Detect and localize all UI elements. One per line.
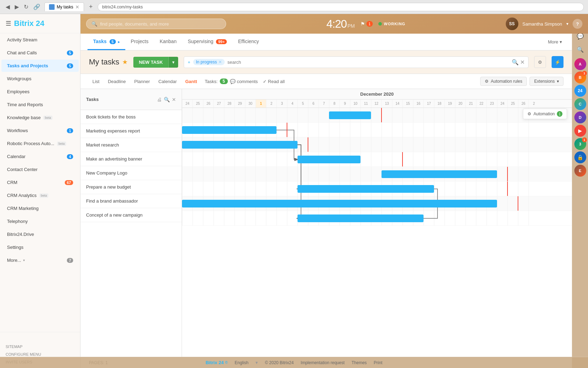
tab-supervising[interactable]: Supervising 99+: [182, 34, 232, 50]
gantt-task-row[interactable]: New Company Logo: [80, 166, 182, 180]
tab-tasks[interactable]: Tasks 5 ▸: [88, 34, 125, 50]
sidebar-item-contact-center[interactable]: Contact Center: [1, 163, 79, 176]
back-button[interactable]: ◀: [4, 3, 11, 11]
gantt-bar[interactable]: [182, 200, 497, 207]
sidebar-item-crm-marketing[interactable]: CRM Marketing: [1, 202, 79, 214]
sidebar-label: Chat and Calls: [7, 50, 37, 55]
sidebar-item-employees[interactable]: Employees: [1, 86, 79, 98]
gantt-day-9: 9: [340, 100, 350, 108]
gantt-bar[interactable]: [329, 111, 371, 119]
automation-rules-button[interactable]: ⚙ Automation rules: [480, 77, 527, 86]
tab-efficiency[interactable]: Efficiency: [232, 34, 265, 50]
gantt-task-row[interactable]: Find a brand ambassador: [80, 194, 182, 208]
sidebar-item-time-reports[interactable]: Time and Reports: [1, 98, 79, 111]
hamburger-menu[interactable]: ☰: [6, 20, 11, 27]
sidebar-label: Contact Center: [7, 167, 37, 172]
sidebar-item-knowledge-base[interactable]: Knowledge base beta: [1, 111, 79, 124]
sidebar-item-workflows[interactable]: Workflows 1: [1, 124, 79, 137]
filter-search-button[interactable]: 🔍: [512, 59, 519, 66]
gantt-task-row[interactable]: Concept of a new campaign: [80, 208, 182, 222]
avatar-user-4[interactable]: D: [574, 111, 586, 123]
user-avatar[interactable]: SS: [506, 18, 518, 30]
sidebar-item-workgroups[interactable]: Workgroups: [1, 73, 79, 85]
sidebar-item-crm[interactable]: CRM 67: [1, 176, 79, 189]
subtab-planner[interactable]: Planner: [131, 77, 154, 86]
new-task-button[interactable]: NEW TASK: [133, 57, 168, 68]
forward-button[interactable]: ▶: [13, 3, 20, 11]
sidebar-item-bitrix-drive[interactable]: Bitrix24.Drive: [1, 228, 79, 240]
sidebar-item-robotic-process[interactable]: Robotic Process Auto... beta: [1, 137, 79, 150]
tab-more[interactable]: More ▾: [545, 34, 565, 49]
comments-button[interactable]: 💬 comments: [230, 79, 258, 84]
link-button[interactable]: 🔗: [32, 3, 42, 11]
avatar-user-6[interactable]: E: [574, 165, 586, 177]
tab-kanban[interactable]: Kanban: [154, 34, 182, 50]
favorite-icon[interactable]: ★: [122, 58, 128, 66]
search-box[interactable]: 🔍: [86, 19, 226, 29]
user-dropdown-icon[interactable]: ▾: [566, 21, 568, 26]
gantt-day-20: 20: [455, 100, 465, 108]
sitemap-link[interactable]: SITEMAP: [6, 343, 75, 350]
gantt-task-row[interactable]: Marketing expenses report: [80, 124, 182, 138]
gantt-settings-button[interactable]: ✕: [172, 97, 176, 102]
gantt-bar[interactable]: [182, 141, 298, 149]
gantt-bar[interactable]: [182, 126, 276, 134]
subtab-calendar[interactable]: Calendar: [155, 77, 180, 86]
gantt-print-button[interactable]: 🖨: [157, 97, 162, 102]
search-global-icon[interactable]: 🔍: [574, 43, 586, 55]
beta-badge: beta: [43, 116, 52, 120]
extensions-button[interactable]: Extensions ▾: [530, 77, 564, 86]
gantt-task-row[interactable]: Market research: [80, 138, 182, 152]
lightning-icon-button[interactable]: ⚡: [552, 56, 564, 68]
gantt-task-row[interactable]: Book tickets for the boss: [80, 110, 182, 124]
sidebar-item-crm-analytics[interactable]: CRM Analytics beta: [1, 189, 79, 202]
tab-close-button[interactable]: ✕: [75, 4, 79, 10]
gantt-search-button[interactable]: 🔍: [164, 97, 170, 102]
tab-projects[interactable]: Projects: [125, 34, 154, 50]
settings-icon-button[interactable]: ⚙: [534, 56, 546, 68]
gantt-bar[interactable]: [382, 170, 497, 178]
avatar-user-1[interactable]: A: [574, 58, 586, 70]
user-name[interactable]: Samantha Simpson: [523, 21, 562, 27]
lock-icon-button[interactable]: 🔒: [574, 151, 586, 163]
filter-search-input[interactable]: [227, 60, 509, 65]
new-task-dropdown-button[interactable]: ▾: [168, 57, 178, 68]
sidebar-item-activity-stream[interactable]: Activity Stream: [1, 34, 79, 46]
gantt-bar[interactable]: [298, 185, 434, 193]
url-bar[interactable]: bitrix24.com/my-tasks: [98, 3, 584, 11]
avatar-user-3[interactable]: C: [574, 98, 586, 110]
themes-link[interactable]: Themes: [352, 360, 367, 365]
refresh-button[interactable]: ↻: [22, 3, 30, 11]
subtab-gantt[interactable]: Gantt: [182, 77, 201, 86]
avatar-user-5[interactable]: 3 1: [574, 138, 586, 150]
read-all-button[interactable]: ✓ Read all: [263, 79, 285, 84]
number-24-button[interactable]: 24: [574, 85, 586, 97]
gantt-bar[interactable]: [298, 156, 360, 163]
filter-clear-button[interactable]: ✕: [520, 59, 525, 66]
gantt-day-1: 1: [255, 100, 266, 108]
gantt-bar[interactable]: [298, 214, 424, 222]
new-tab-button[interactable]: +: [87, 3, 95, 11]
implementation-link[interactable]: Implementation request: [301, 360, 344, 365]
search-input[interactable]: [100, 21, 221, 27]
help-button[interactable]: ?: [573, 19, 582, 29]
print-link[interactable]: Print: [374, 360, 383, 365]
gantt-day-14: 14: [392, 100, 402, 108]
sidebar-item-tasks-projects[interactable]: Tasks and Projects 5: [1, 60, 79, 72]
sidebar-item-telephony[interactable]: Telephony: [1, 215, 79, 227]
sidebar-item-settings[interactable]: Settings: [1, 241, 79, 253]
sidebar-item-chat-calls[interactable]: Chat and Calls 5: [1, 47, 79, 59]
browser-navigation[interactable]: ◀ ▶ ↻ 🔗: [4, 3, 42, 11]
automation-icon: ⚙: [485, 79, 489, 84]
filter-tag-close[interactable]: ✕: [218, 60, 222, 64]
sidebar-item-calendar[interactable]: Calendar 4: [1, 150, 79, 163]
avatar-user-2[interactable]: B 1: [574, 71, 586, 83]
gantt-task-row[interactable]: Prepare a new budget: [80, 180, 182, 194]
sidebar-item-more[interactable]: More... ▾ 7: [1, 254, 79, 266]
gantt-task-row[interactable]: Make an advertising banner: [80, 152, 182, 166]
video-button[interactable]: ▶: [574, 125, 586, 137]
subtab-list[interactable]: List: [89, 77, 103, 86]
subtab-deadline[interactable]: Deadline: [104, 77, 129, 86]
browser-tab[interactable]: My tasks ✕: [44, 2, 84, 11]
language-selector[interactable]: English: [235, 360, 248, 365]
